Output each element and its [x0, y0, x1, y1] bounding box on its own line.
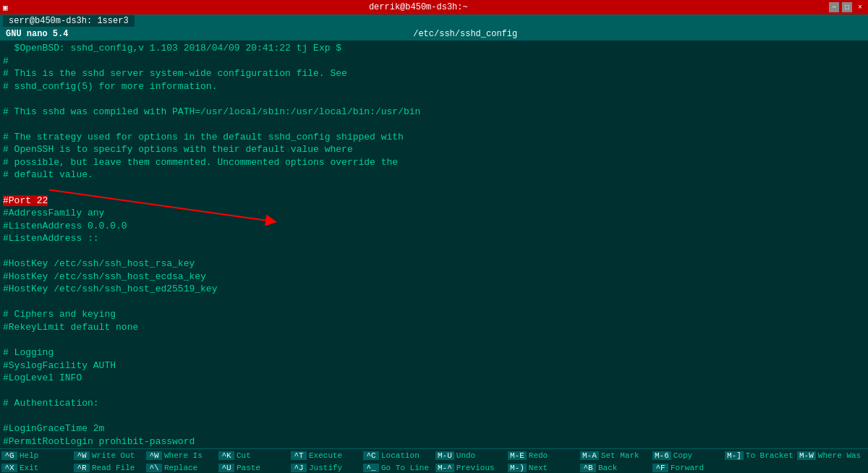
keybinding-item[interactable]: ^WWrite Out	[72, 449, 145, 461]
kb-key: M-U	[435, 451, 454, 460]
keybinding-item[interactable]: ^_Go To Line	[362, 461, 434, 473]
keybinding-item[interactable]: ^WWhere Is	[145, 449, 217, 461]
editor-line: #HostKey /etc/ssh/ssh_host_ecdsa_key	[3, 270, 865, 284]
editor-line: # sshd_config(5) for more information.	[3, 80, 865, 93]
kb-key: M-6	[652, 451, 671, 460]
editor-line: #PermitRootLogin prohibit-password	[3, 435, 865, 448]
kb-label: Next	[529, 464, 548, 472]
keybinding-item[interactable]: ^FForward	[651, 461, 723, 473]
active-session-tab[interactable]: serr@b450m-ds3h: 1sser3	[3, 15, 135, 27]
kb-label: Execute	[309, 451, 342, 460]
kb-label: Write Out	[92, 451, 135, 460]
editor-line: #LogLevel INFO	[3, 372, 865, 385]
editor-line	[3, 296, 865, 309]
editor-lines: ## This is the sshd server system-wide c…	[3, 55, 865, 448]
editor-line: #Port 22	[3, 195, 865, 208]
keybinding-item[interactable]: ^RRead File	[72, 461, 145, 473]
editor-line: #LoginGraceTime 2m	[3, 422, 865, 435]
keybinding-item[interactable]: M-ERedo	[506, 449, 579, 461]
editor-line: # Logging	[3, 346, 865, 359]
keybindings-row-1: ^GHelp^WWrite Out^WWhere Is^KCut^TExecut…	[0, 449, 868, 461]
editor-line	[3, 334, 865, 347]
kb-key: ^K	[218, 451, 234, 460]
kb-key: ^X	[1, 464, 17, 472]
editor-line: # Authentication:	[3, 397, 865, 410]
kb-label: Copy	[673, 451, 692, 460]
keybinding-item[interactable]: M-)Next	[506, 461, 579, 473]
titlebar-controls[interactable]: − □ ×	[829, 2, 865, 12]
keybinding-item[interactable]: M-UUndo	[434, 449, 506, 461]
kb-label: To Bracket	[746, 451, 793, 460]
kb-key: ^B	[580, 464, 596, 472]
titlebar-title: derrik@b450m-ds3h:~	[8, 2, 829, 12]
kb-key: M-)	[508, 464, 527, 472]
editor-line: # The strategy used for options in the d…	[3, 131, 865, 144]
keybinding-item[interactable]: M-]To Bracket	[723, 449, 796, 461]
kb-label: Go To Line	[381, 464, 429, 472]
kb-key: ^T	[291, 451, 307, 460]
kb-key: M-^	[435, 464, 454, 472]
keybindings-row-2: ^XExit^RRead File^\Replace^UPaste^JJusti…	[0, 461, 868, 473]
kb-key: ^_	[363, 464, 379, 472]
session-tabbar: serr@b450m-ds3h: 1sser3	[0, 14, 868, 27]
editor-line: # default value.	[3, 169, 865, 182]
kb-key: ^R	[74, 464, 90, 472]
kb-label: Forward	[671, 464, 704, 472]
keybinding-item[interactable]: ^GHelp	[0, 449, 72, 461]
editor-line: #AddressFamily any	[3, 207, 865, 220]
keybinding-item[interactable]: ^UPaste	[217, 461, 289, 473]
editor-line: # Ciphers and keying	[3, 308, 865, 321]
close-button[interactable]: ×	[855, 2, 865, 12]
editor-line: #ListenAddress ::	[3, 232, 865, 245]
editor-line: # This is the sshd server system-wide co…	[3, 67, 865, 80]
kb-label: Paste	[237, 464, 260, 472]
kb-key: ^G	[1, 451, 17, 460]
keybinding-item[interactable]: ^JJustify	[289, 461, 362, 473]
keybinding-item[interactable]: ^CLocation	[362, 449, 434, 461]
kb-label: Set Mark	[601, 451, 639, 460]
maximize-button[interactable]: □	[842, 2, 852, 12]
editor-line	[3, 385, 865, 398]
kb-label: Previous	[456, 464, 495, 472]
kb-label: Help	[20, 451, 38, 460]
editor-line	[3, 182, 865, 195]
keybinding-item[interactable]: ^XExit	[0, 461, 72, 473]
editor-line	[3, 245, 865, 258]
subheader-line: $OpenBSD: sshd_config,v 1.103 2018/04/09…	[3, 42, 865, 55]
editor-line: #HostKey /etc/ssh/ssh_host_ed25519_key	[3, 283, 865, 296]
kb-key: M-W	[797, 451, 816, 460]
kb-label: Redo	[529, 451, 548, 460]
editor-line: #ListenAddress 0.0.0.0	[3, 220, 865, 233]
kb-label: Location	[381, 451, 420, 460]
kb-label: Justify	[309, 464, 342, 472]
keybinding-item[interactable]: M-6Copy	[651, 449, 723, 461]
keybinding-item[interactable]: M-^Previous	[434, 461, 506, 473]
kb-key: M-A	[580, 451, 599, 460]
editor-line: #	[3, 55, 865, 68]
kb-key: ^W	[74, 451, 90, 460]
keybinding-item[interactable]: ^BBack	[579, 461, 651, 473]
kb-label: Read File	[92, 464, 135, 472]
kb-label: Cut	[237, 451, 251, 460]
keybinding-item[interactable]: ^KCut	[217, 449, 289, 461]
kb-label: Where Is	[164, 451, 203, 460]
kb-label: Replace	[164, 464, 197, 472]
minimize-button[interactable]: −	[829, 2, 839, 12]
editor-line: #SyslogFacility AUTH	[3, 359, 865, 372]
kb-label: Exit	[20, 464, 38, 472]
editor-area[interactable]: $OpenBSD: sshd_config,v 1.103 2018/04/09…	[0, 41, 868, 448]
kb-key: M-E	[508, 451, 527, 460]
editor-line: #RekeyLimit default none	[3, 321, 865, 334]
kb-key: M-]	[725, 451, 744, 460]
keybinding-item[interactable]: ^TExecute	[289, 449, 362, 461]
titlebar-left: ▣	[3, 3, 8, 12]
editor-line: #HostKey /etc/ssh/ssh_host_rsa_key	[3, 257, 865, 270]
keybinding-item[interactable]: M-WWhere Was	[796, 449, 868, 461]
editor-line: #StrictModes yes	[3, 448, 865, 449]
kb-key: ^C	[363, 451, 379, 460]
nano-filename: /etc/ssh/sshd_config	[413, 29, 517, 39]
kb-key: ^U	[218, 464, 234, 472]
keybinding-item[interactable]: ^\Replace	[145, 461, 217, 473]
keybinding-item[interactable]: M-ASet Mark	[579, 449, 651, 461]
kb-key: ^\	[146, 464, 162, 472]
